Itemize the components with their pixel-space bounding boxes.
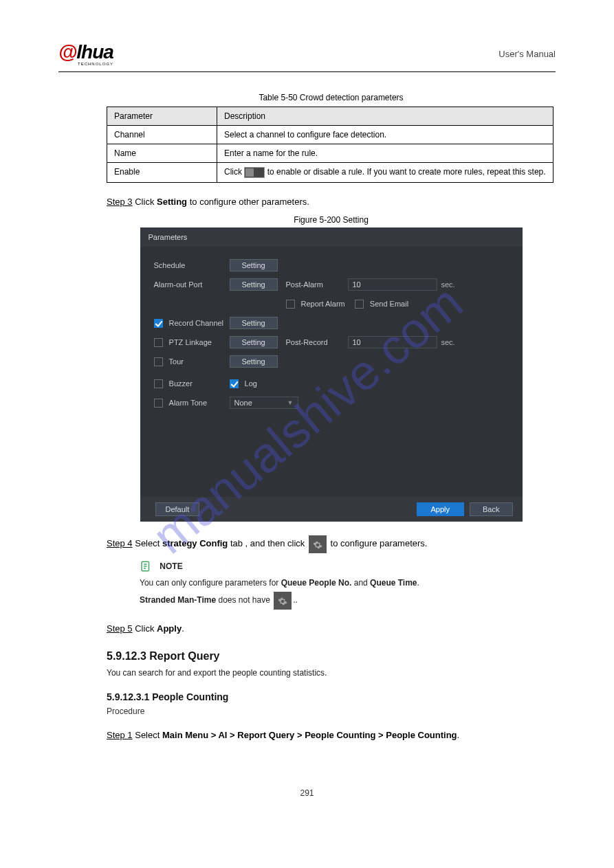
alarm-tone-dropdown[interactable]: None ▼ — [230, 397, 298, 409]
alarm-tone-checkbox[interactable] — [154, 399, 163, 408]
step-5: Step 5 Click Apply. — [107, 623, 556, 634]
label-send-email: Send Email — [370, 300, 408, 308]
label-tour: Tour — [169, 357, 184, 366]
step-3: Step 3 Click Setting to configure other … — [107, 197, 556, 207]
step-text: Click Apply. — [135, 623, 184, 634]
note-icon — [140, 560, 153, 574]
dropdown-value: None — [234, 399, 252, 407]
buzzer-checkbox[interactable] — [154, 379, 163, 388]
label-post-record: Post-Record — [286, 338, 348, 346]
section-title: 5.9.12.3 Report Query — [107, 650, 556, 663]
ptz-setting-button[interactable]: Setting — [230, 336, 278, 348]
gear-icon — [274, 592, 292, 610]
parameter-table: Parameter Description Channel Select a c… — [107, 107, 553, 183]
record-channel-setting-button[interactable]: Setting — [230, 317, 278, 329]
page-number: 291 — [58, 788, 556, 798]
text: to enable or disable a rule. If you want… — [267, 167, 546, 177]
step-1: Step 1 Select Main Menu > AI > Report Qu… — [107, 730, 556, 740]
alarm-out-setting-button[interactable]: Setting — [230, 278, 278, 291]
step-text: Click Setting to configure other paramet… — [135, 197, 309, 207]
default-button[interactable]: Default — [155, 502, 200, 516]
apply-button[interactable]: Apply — [417, 502, 465, 516]
note-block: NOTE You can only configure parameters f… — [140, 560, 556, 610]
th-description: Description — [217, 107, 553, 126]
step-label: Step 1 — [107, 730, 133, 740]
brand-logo: @lhua TECHNOLOGY — [58, 41, 141, 66]
label-alarm-tone: Alarm Tone — [169, 399, 207, 407]
report-alarm-checkbox[interactable] — [286, 300, 295, 309]
ptz-linkage-checkbox[interactable] — [154, 338, 163, 347]
table-row: Name Enter a name for the rule. — [107, 144, 553, 163]
tour-checkbox[interactable] — [154, 357, 163, 366]
label-buzzer: Buzzer — [169, 379, 193, 388]
step-label: Step 3 — [107, 197, 133, 207]
step-text: Select strategy Config tab , and then cl… — [135, 538, 427, 548]
dialog-title: Parameters — [140, 227, 523, 247]
chevron-down-icon: ▼ — [287, 399, 294, 406]
back-button[interactable]: Back — [470, 502, 512, 516]
record-channel-checkbox[interactable] — [154, 319, 163, 328]
cell-param: Channel — [107, 126, 217, 144]
subsection-title: 5.9.12.3.1 People Counting — [107, 691, 556, 702]
cell-desc: Enter a name for the rule. — [217, 144, 553, 163]
label-record-channel: Record Channel — [169, 319, 224, 327]
cell-param: Name — [107, 144, 217, 163]
header-row: @lhua TECHNOLOGY User's Manual — [58, 41, 556, 66]
cell-desc: Click to enable or disable a rule. If yo… — [217, 163, 553, 183]
step-text: Select Main Menu > AI > Report Query > P… — [135, 730, 459, 740]
cell-desc: Select a channel to configure face detec… — [217, 126, 553, 144]
cell-param: Enable — [107, 163, 217, 183]
send-email-checkbox[interactable] — [355, 300, 364, 309]
header-title: User's Manual — [141, 49, 556, 59]
table-row: Enable Click to enable or disable a rule… — [107, 163, 553, 183]
label-post-alarm: Post-Alarm — [286, 280, 348, 289]
step-label: Step 5 — [107, 623, 133, 634]
parameters-dialog: Parameters Schedule Setting Alarm-out Po… — [140, 227, 523, 522]
step-label: Step 4 — [107, 538, 133, 548]
label-log: Log — [245, 379, 257, 388]
step-4: Step 4 Select strategy Config tab , and … — [107, 535, 556, 553]
table-row: Channel Select a channel to configure fa… — [107, 126, 553, 144]
unit-sec: sec. — [441, 338, 455, 346]
gear-icon — [309, 535, 327, 553]
note-title: NOTE — [160, 561, 182, 571]
schedule-setting-button[interactable]: Setting — [230, 259, 278, 271]
log-checkbox[interactable] — [230, 379, 239, 388]
label-ptz: PTZ Linkage — [169, 338, 212, 346]
label-report-alarm: Report Alarm — [301, 300, 345, 308]
tour-setting-button[interactable]: Setting — [230, 355, 278, 368]
header-divider — [58, 71, 556, 72]
procedure-title: Procedure — [107, 706, 556, 716]
label-alarm-out: Alarm-out Port — [154, 280, 230, 289]
label-schedule: Schedule — [154, 261, 230, 269]
text: Click — [224, 167, 244, 177]
post-alarm-input[interactable] — [348, 278, 437, 291]
unit-sec: sec. — [441, 280, 455, 289]
post-record-input[interactable] — [348, 336, 437, 348]
toggle-icon — [244, 167, 265, 178]
table-caption: Table 5-50 Crowd detection parameters — [107, 93, 556, 102]
th-parameter: Parameter — [107, 107, 217, 126]
section-body: You can search for and export the people… — [107, 667, 556, 679]
figure-caption: Figure 5-200 Setting — [107, 215, 556, 225]
